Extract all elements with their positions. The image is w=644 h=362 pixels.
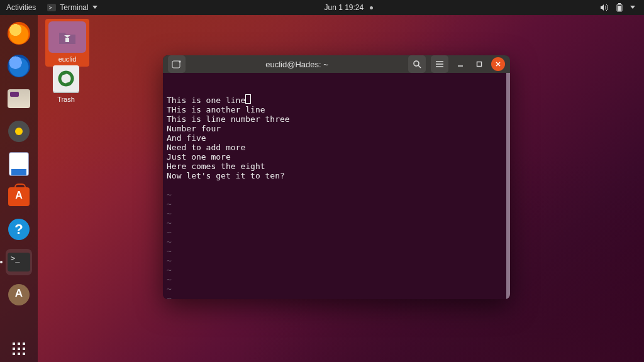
trash-icon xyxy=(53,65,79,93)
new-tab-icon xyxy=(172,60,182,69)
vim-empty-line: ~ xyxy=(167,209,506,218)
terminal-icon: > xyxy=(47,4,56,11)
top-bar: Activities > Terminal Jun 1 19:24 xyxy=(0,0,644,15)
vim-empty-line: ~ xyxy=(167,256,506,265)
window-titlebar[interactable]: euclid@Hades: ~ xyxy=(163,55,510,73)
svg-rect-24 xyxy=(477,62,482,67)
search-button[interactable] xyxy=(408,55,426,73)
terminal-body[interactable]: This is one lineTHis is another lineThis… xyxy=(163,73,510,299)
vim-empty-line: ~ xyxy=(167,293,506,299)
window-title: euclid@Hades: ~ xyxy=(191,60,403,69)
terminal-line: Number four xyxy=(167,124,506,133)
dock-item-updater[interactable] xyxy=(6,282,32,308)
maximize-icon xyxy=(476,61,482,67)
maximize-button[interactable] xyxy=(472,57,486,71)
volume-icon[interactable] xyxy=(600,4,609,11)
dock-item-files[interactable] xyxy=(6,85,32,112)
clock[interactable]: Jun 1 19:24 xyxy=(324,3,364,12)
svg-rect-8 xyxy=(13,348,15,350)
vim-empty-line: ~ xyxy=(167,284,506,293)
show-applications-button[interactable] xyxy=(6,336,32,362)
terminal-line: Need to add more xyxy=(167,143,506,152)
vim-empty-line: ~ xyxy=(167,190,506,199)
terminal-line: Now let's get it to ten? xyxy=(167,171,506,180)
desktop-icon-label: euclid xyxy=(58,55,77,63)
text-cursor xyxy=(245,94,251,104)
vim-empty-line: ~ xyxy=(167,265,506,275)
svg-rect-5 xyxy=(13,343,15,345)
svg-rect-14 xyxy=(65,38,69,42)
vim-empty-line: ~ xyxy=(167,228,506,237)
svg-rect-9 xyxy=(18,348,20,350)
new-tab-button[interactable] xyxy=(168,55,186,73)
svg-text:>: > xyxy=(49,5,52,11)
files-icon xyxy=(8,89,30,108)
terminal-line: Here comes the eight xyxy=(167,162,506,171)
thunderbird-icon xyxy=(8,55,30,77)
svg-point-18 xyxy=(414,61,419,66)
topbar-app-label: Terminal xyxy=(60,3,88,12)
dock-item-rhythmbox[interactable] xyxy=(6,118,32,145)
terminal-line: This is line number three xyxy=(167,114,506,124)
apps-grid-icon xyxy=(11,341,26,356)
vim-empty-line: ~ xyxy=(167,237,506,246)
dock-item-firefox[interactable] xyxy=(6,20,32,47)
hamburger-icon xyxy=(435,60,444,68)
svg-rect-13 xyxy=(23,353,25,355)
terminal-window[interactable]: euclid@Hades: ~ This is one lineTHis is … xyxy=(163,55,510,299)
svg-rect-3 xyxy=(618,3,621,4)
notification-dot-icon xyxy=(370,6,373,9)
desktop-home-folder[interactable]: euclid xyxy=(45,19,89,67)
chevron-down-icon xyxy=(92,6,97,9)
terminal-line: And five xyxy=(167,133,506,143)
terminal-line: THis is another line xyxy=(167,105,506,114)
rhythmbox-icon xyxy=(8,121,30,142)
svg-rect-11 xyxy=(13,353,15,355)
dock-item-software[interactable] xyxy=(6,184,32,210)
vim-empty-line: ~ xyxy=(167,199,506,209)
svg-rect-6 xyxy=(18,343,20,345)
terminal-icon xyxy=(8,253,30,272)
close-button[interactable] xyxy=(491,57,505,71)
chevron-down-icon[interactable] xyxy=(630,6,635,9)
updater-icon xyxy=(8,284,30,305)
writer-icon xyxy=(9,153,28,175)
menu-button[interactable] xyxy=(431,55,448,73)
svg-line-19 xyxy=(418,65,421,68)
firefox-icon xyxy=(8,22,30,45)
vim-empty-line: ~ xyxy=(167,246,506,256)
svg-rect-12 xyxy=(18,353,20,355)
activities-button[interactable]: Activities xyxy=(6,3,36,12)
battery-icon[interactable] xyxy=(616,3,623,12)
dock-item-thunderbird[interactable] xyxy=(6,53,32,79)
minimize-button[interactable] xyxy=(453,57,467,71)
svg-rect-15 xyxy=(172,61,180,68)
svg-rect-4 xyxy=(618,6,621,11)
vim-empty-line: ~ xyxy=(167,218,506,228)
dock-item-terminal[interactable] xyxy=(6,249,32,275)
close-icon xyxy=(495,61,501,67)
terminal-scrollbar[interactable] xyxy=(506,73,510,299)
folder-icon xyxy=(48,21,86,53)
svg-rect-7 xyxy=(23,343,25,345)
software-icon xyxy=(8,187,30,206)
vim-empty-line: ~ xyxy=(167,275,506,284)
terminal-line: Just one more xyxy=(167,152,506,162)
search-icon xyxy=(413,60,421,69)
dock: ? xyxy=(0,15,38,362)
topbar-app-menu[interactable]: > Terminal xyxy=(47,3,97,12)
terminal-line: This is one line xyxy=(167,94,506,105)
desktop-icon-label: Trash xyxy=(57,96,75,103)
minimize-icon xyxy=(457,61,464,67)
svg-rect-10 xyxy=(23,348,25,350)
terminal-line xyxy=(167,180,506,190)
dock-item-help[interactable]: ? xyxy=(6,216,32,243)
dock-item-writer[interactable] xyxy=(6,151,32,177)
desktop-trash[interactable]: Trash xyxy=(45,65,87,103)
help-icon: ? xyxy=(8,219,30,240)
